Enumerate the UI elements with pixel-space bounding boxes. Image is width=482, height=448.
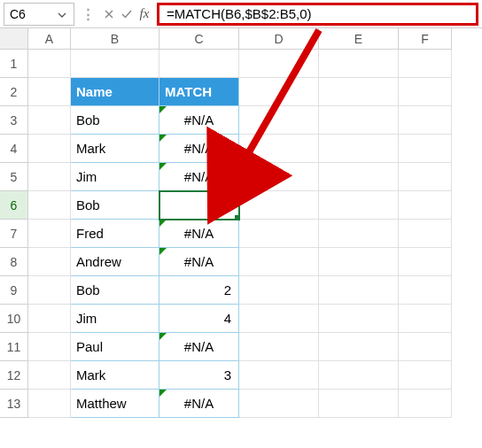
cell-e6[interactable] — [319, 191, 399, 220]
cell-b11[interactable]: Paul — [71, 333, 159, 361]
cell-f12[interactable] — [399, 361, 452, 390]
col-header-e[interactable]: E — [319, 28, 399, 50]
cancel-formula-button[interactable] — [100, 4, 118, 25]
cell-b4[interactable]: Mark — [71, 135, 159, 163]
cell-f10[interactable] — [399, 305, 452, 333]
row-header-11[interactable]: 11 — [0, 333, 28, 361]
formula-input[interactable]: =MATCH(B6,$B$2:B5,0) — [157, 3, 478, 26]
col-header-b[interactable]: B — [71, 28, 159, 50]
cell-d6[interactable] — [239, 191, 319, 220]
cell-e10[interactable] — [319, 305, 399, 333]
confirm-formula-button[interactable] — [118, 4, 136, 25]
cell-b13[interactable]: Matthew — [71, 390, 159, 418]
cell-b1[interactable] — [71, 50, 159, 78]
cell-b2[interactable]: Name — [71, 78, 159, 106]
cell-e2[interactable] — [319, 78, 399, 106]
cell-c12[interactable]: 3 — [159, 361, 239, 390]
cell-f8[interactable] — [399, 248, 452, 276]
cell-c3[interactable]: #N/A — [159, 106, 239, 135]
cell-a5[interactable] — [28, 163, 71, 191]
cell-f9[interactable] — [399, 276, 452, 305]
row-header-8[interactable]: 8 — [0, 248, 28, 276]
cell-b9[interactable]: Bob — [71, 276, 159, 305]
cell-b6[interactable]: Bob — [71, 191, 159, 220]
chevron-down-icon[interactable] — [58, 7, 66, 21]
row-header-3[interactable]: 3 — [0, 106, 28, 135]
cell-e13[interactable] — [319, 390, 399, 418]
row-header-5[interactable]: 5 — [0, 163, 28, 191]
cell-a12[interactable] — [28, 361, 71, 390]
row-header-4[interactable]: 4 — [0, 135, 28, 163]
row-header-10[interactable]: 10 — [0, 305, 28, 333]
cell-d11[interactable] — [239, 333, 319, 361]
cell-a8[interactable] — [28, 248, 71, 276]
cell-d12[interactable] — [239, 361, 319, 390]
cell-a4[interactable] — [28, 135, 71, 163]
cell-f3[interactable] — [399, 106, 452, 135]
cell-b7[interactable]: Fred — [71, 220, 159, 248]
row-header-1[interactable]: 1 — [0, 50, 28, 78]
cell-c1[interactable] — [159, 50, 239, 78]
cell-a6[interactable] — [28, 191, 71, 220]
cell-e4[interactable] — [319, 135, 399, 163]
cell-d5[interactable] — [239, 163, 319, 191]
cell-d10[interactable] — [239, 305, 319, 333]
cell-d9[interactable] — [239, 276, 319, 305]
col-header-f[interactable]: F — [399, 28, 452, 50]
cell-c11[interactable]: #N/A — [159, 333, 239, 361]
cell-a3[interactable] — [28, 106, 71, 135]
row-header-7[interactable]: 7 — [0, 220, 28, 248]
cell-f2[interactable] — [399, 78, 452, 106]
col-header-d[interactable]: D — [239, 28, 319, 50]
cell-e11[interactable] — [319, 333, 399, 361]
cell-c6[interactable]: 2 — [159, 191, 239, 220]
row-header-12[interactable]: 12 — [0, 361, 28, 390]
cell-b3[interactable]: Bob — [71, 106, 159, 135]
row-header-6[interactable]: 6 — [0, 191, 28, 220]
row-header-9[interactable]: 9 — [0, 276, 28, 305]
cell-a10[interactable] — [28, 305, 71, 333]
col-header-a[interactable]: A — [28, 28, 71, 50]
cell-e3[interactable] — [319, 106, 399, 135]
col-header-c[interactable]: C — [159, 28, 239, 50]
insert-function-button[interactable]: fx — [136, 4, 153, 25]
cell-a7[interactable] — [28, 220, 71, 248]
row-header-13[interactable]: 13 — [0, 390, 28, 418]
cell-c8[interactable]: #N/A — [159, 248, 239, 276]
select-all-corner[interactable] — [0, 28, 28, 50]
cell-b5[interactable]: Jim — [71, 163, 159, 191]
cell-b12[interactable]: Mark — [71, 361, 159, 390]
cell-a1[interactable] — [28, 50, 71, 78]
cell-d13[interactable] — [239, 390, 319, 418]
name-box[interactable]: C6 — [4, 3, 74, 26]
cell-f13[interactable] — [399, 390, 452, 418]
cell-a9[interactable] — [28, 276, 71, 305]
cell-d4[interactable] — [239, 135, 319, 163]
cell-e1[interactable] — [319, 50, 399, 78]
cell-c13[interactable]: #N/A — [159, 390, 239, 418]
cell-f5[interactable] — [399, 163, 452, 191]
cell-b10[interactable]: Jim — [71, 305, 159, 333]
cell-e9[interactable] — [319, 276, 399, 305]
row-header-2[interactable]: 2 — [0, 78, 28, 106]
cell-d3[interactable] — [239, 106, 319, 135]
cell-a11[interactable] — [28, 333, 71, 361]
cell-c4[interactable]: #N/A — [159, 135, 239, 163]
cell-f11[interactable] — [399, 333, 452, 361]
cell-c7[interactable]: #N/A — [159, 220, 239, 248]
cell-e7[interactable] — [319, 220, 399, 248]
cell-e12[interactable] — [319, 361, 399, 390]
cell-d8[interactable] — [239, 248, 319, 276]
cell-f7[interactable] — [399, 220, 452, 248]
cell-a2[interactable] — [28, 78, 71, 106]
cell-d7[interactable] — [239, 220, 319, 248]
cell-b8[interactable]: Andrew — [71, 248, 159, 276]
cell-e8[interactable] — [319, 248, 399, 276]
cell-a13[interactable] — [28, 390, 71, 418]
cell-d1[interactable] — [239, 50, 319, 78]
cell-f4[interactable] — [399, 135, 452, 163]
cell-f1[interactable] — [399, 50, 452, 78]
cell-c2[interactable]: MATCH — [159, 78, 239, 106]
cell-d2[interactable] — [239, 78, 319, 106]
cell-f6[interactable] — [399, 191, 452, 220]
